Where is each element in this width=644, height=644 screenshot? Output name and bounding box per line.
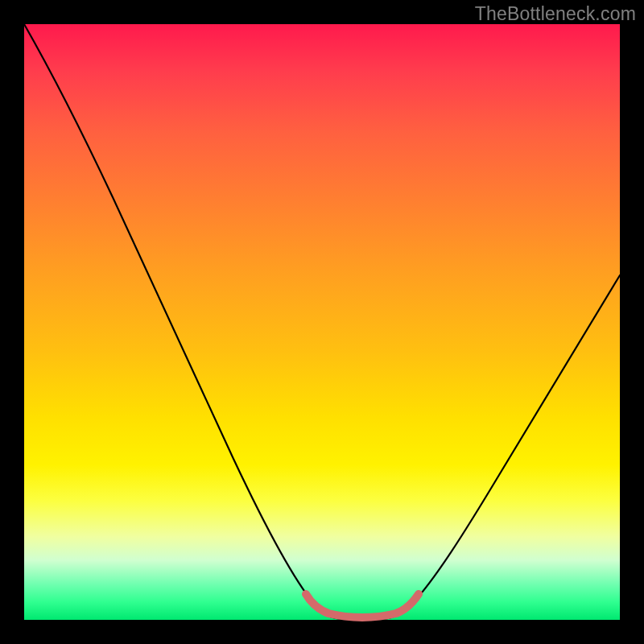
bottleneck-curve xyxy=(24,24,620,619)
watermark-text: TheBottleneck.com xyxy=(475,3,636,25)
chart-frame: TheBottleneck.com xyxy=(0,0,644,644)
plot-area xyxy=(24,24,620,620)
sweet-spot-band xyxy=(306,594,419,617)
chart-svg xyxy=(24,24,620,620)
